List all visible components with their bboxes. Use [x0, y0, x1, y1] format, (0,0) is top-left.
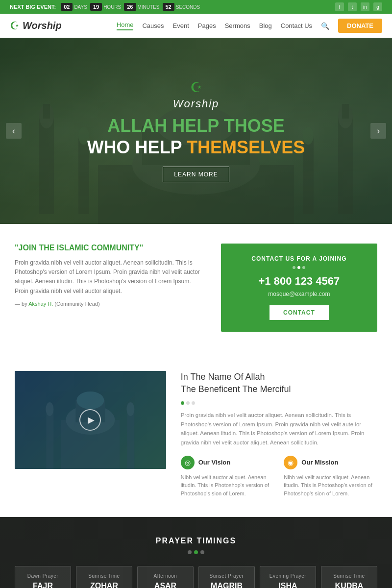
about-content: In The Name Of Allah The Beneficent The …: [181, 371, 377, 497]
prayer-card-kudba: Sunrise Time KUDBA 2:00 PM: [321, 566, 377, 588]
search-icon[interactable]: 🔍: [321, 22, 329, 30]
nav-home[interactable]: Home: [117, 21, 134, 30]
hero-line2-white: WHO HELP: [87, 137, 187, 157]
logo[interactable]: ☪ Worship: [10, 20, 62, 32]
svg-rect-21: [127, 410, 134, 469]
hero-content: ☪ Worship ALLAH HELP THOSE WHO HELP THEM…: [87, 79, 305, 182]
prayer-name-0: FAJR: [21, 582, 65, 588]
prayer-name-4: ISHA: [266, 582, 310, 588]
community-author: — by Akshay H. (Community Head): [15, 301, 206, 307]
vision-icon: ◎: [181, 456, 195, 469]
hero-brand-name: Worship: [173, 98, 220, 110]
countdown-days: 02 DAYS: [61, 3, 87, 11]
social-links: f t in g: [335, 2, 382, 11]
community-title: "JOIN THE ISLAMIC COMMUNITY": [15, 244, 206, 252]
nav-causes[interactable]: Causes: [142, 22, 164, 29]
svg-point-20: [46, 402, 53, 416]
hero-headline: ALLAH HELP THOSE WHO HELP THEMSELVES: [87, 115, 305, 157]
contact-box-title: CONTACT US FOR A JOINING: [231, 255, 368, 262]
prayer-section: PRAYER TIMINGS Dawn Prayer FAJR 4:01 AM …: [0, 517, 392, 588]
about-dot-2: [186, 401, 190, 405]
prayer-name-1: ZOHAR: [82, 582, 126, 588]
mission-header: ◉ Our Mission: [284, 456, 377, 469]
seconds-value: 52: [163, 3, 174, 11]
prayer-card-zohar: Sunrise Time ZOHAR 1:30 AM: [76, 566, 132, 588]
prayer-name-2: ASAR: [144, 582, 187, 588]
navbar: ☪ Worship Home Causes Event Pages Sermon…: [0, 14, 392, 38]
svg-rect-10: [342, 104, 349, 119]
event-label: NEXT BIG EVENT:: [10, 4, 56, 10]
hero-logo-icon: ☪: [190, 79, 202, 96]
dot-1: [293, 266, 295, 269]
countdown-hours: 19 HOURS: [90, 3, 121, 11]
logo-icon: ☪: [10, 20, 20, 32]
prayer-card-fajr: Dawn Prayer FAJR 4:01 AM: [15, 566, 71, 588]
prayer-label-2: Afternoon: [144, 573, 187, 579]
minutes-unit: MINUTES: [138, 4, 160, 10]
hours-unit: HOURS: [103, 4, 121, 10]
prayer-dots: [15, 550, 377, 554]
svg-rect-7: [43, 104, 50, 119]
community-section: "JOIN THE ISLAMIC COMMUNITY" Proin gravi…: [0, 224, 392, 351]
dot-3: [302, 266, 305, 269]
vision-body: Nibh vel velit auctor aliquet. Aenean ii…: [181, 473, 274, 498]
mission-body: Nibh vel velit auctor aliquet. Aenean ii…: [284, 473, 377, 498]
mission-feature: ◉ Our Mission Nibh vel velit auctor aliq…: [284, 456, 377, 498]
pdot-3: [200, 550, 204, 554]
prayer-card-asar: Afternoon ASAR 5:30 PM: [137, 566, 194, 588]
mission-label: Our Mission: [301, 459, 338, 466]
vision-header: ◎ Our Vision: [181, 456, 274, 469]
hours-value: 19: [90, 3, 102, 11]
mission-icon: ◉: [284, 456, 297, 469]
contact-box: CONTACT US FOR A JOINING +1 800 123 4567…: [221, 244, 377, 332]
google-icon[interactable]: g: [373, 2, 382, 11]
nav-event[interactable]: Event: [173, 22, 189, 29]
donate-button[interactable]: DONATE: [338, 19, 382, 33]
prayer-label-3: Sunset Prayer: [205, 573, 248, 579]
about-dots: [181, 401, 377, 405]
nav-sermons[interactable]: Sermons: [225, 22, 250, 29]
about-title: In The Name Of Allah The Beneficent The …: [181, 371, 377, 395]
about-dot-1: [181, 401, 184, 405]
twitter-icon[interactable]: t: [348, 2, 357, 11]
prayer-card-magrib: Sunset Prayer MAGRIB 7:15 PM: [198, 566, 255, 588]
about-body: Proin gravida nibh vel velit auctor aliq…: [181, 411, 377, 447]
contact-phone: +1 800 123 4567: [231, 275, 368, 288]
seconds-unit: SECONDS: [176, 4, 200, 10]
hero-line1-green: ALLAH HELP THOSE: [107, 116, 284, 136]
about-section: ▶ WATCH OUR VIDEO In The Name Of Allah T…: [0, 351, 392, 517]
svg-point-22: [126, 402, 134, 416]
countdown-section: NEXT BIG EVENT: 02 DAYS 19 HOURS 26 MINU…: [10, 3, 200, 11]
play-icon: ▶: [88, 415, 95, 425]
logo-text: Worship: [23, 20, 62, 31]
countdown-minutes: 26 MINUTES: [124, 3, 159, 11]
about-title-line1: In The Name Of Allah: [181, 372, 265, 382]
prayer-name-5: KUDBA: [327, 582, 371, 588]
svg-rect-8: [338, 116, 353, 214]
author-name[interactable]: Akshay H.: [28, 301, 53, 307]
contact-button[interactable]: CONTACT: [270, 305, 329, 320]
nav-blog[interactable]: Blog: [259, 22, 272, 29]
nav-links: Home Causes Event Pages Sermons Blog Con…: [117, 19, 382, 33]
community-body: Proin gravida nibh vel velit auctor aliq…: [15, 258, 206, 296]
svg-point-18: [76, 392, 104, 409]
svg-rect-19: [46, 410, 53, 469]
hero-prev-arrow[interactable]: ‹: [6, 123, 22, 139]
facebook-icon[interactable]: f: [335, 2, 344, 11]
about-title-line2: The Beneficent The Merciful: [181, 384, 291, 394]
pdot-1: [188, 550, 192, 554]
learn-more-button[interactable]: LEARN MORE: [163, 167, 229, 182]
hero-next-arrow[interactable]: ›: [370, 123, 386, 139]
author-prefix: — by: [15, 301, 28, 307]
community-text: "JOIN THE ISLAMIC COMMUNITY" Proin gravi…: [15, 244, 206, 332]
about-dot-3: [192, 401, 195, 405]
nav-pages[interactable]: Pages: [198, 22, 216, 29]
days-unit: DAYS: [74, 4, 87, 10]
svg-rect-5: [39, 116, 54, 214]
nav-contact[interactable]: Contact Us: [281, 22, 312, 29]
about-features: ◎ Our Vision Nibh vel velit auctor aliqu…: [181, 456, 377, 498]
hero-line2-orange: THEMSELVES: [187, 137, 305, 157]
instagram-icon[interactable]: in: [361, 2, 369, 11]
video-preview: ▶ WATCH OUR VIDEO: [15, 371, 166, 469]
prayer-card-isha: Evening Prayer ISHA 9:00 PM: [260, 566, 316, 588]
